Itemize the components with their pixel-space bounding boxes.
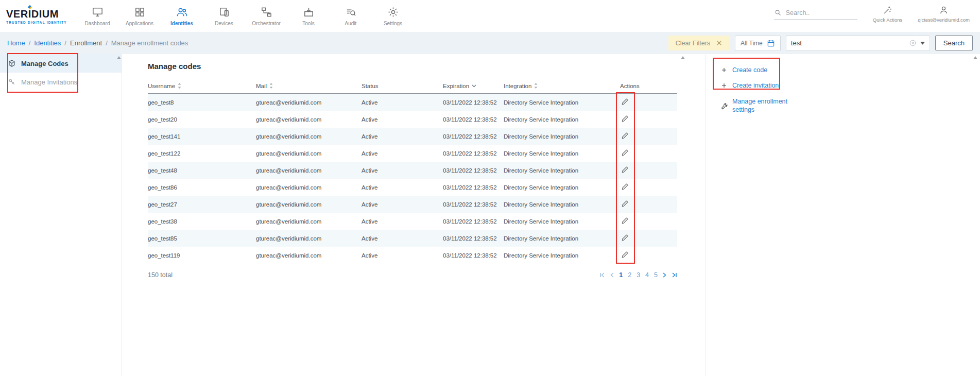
edit-code-button[interactable]	[620, 97, 630, 108]
column-header-username[interactable]: Username	[148, 83, 256, 89]
account-label: q'ctest@veridiumid.com	[918, 17, 970, 23]
cell-integration: Directory Service Integration	[504, 218, 611, 225]
sidebar-item-label: Manage Invitations	[21, 78, 77, 86]
logo-tagline: TRUSTED DIGITAL IDENTITY	[6, 21, 69, 24]
cell-integration: Directory Service Integration	[504, 150, 611, 157]
cube-icon	[8, 59, 16, 67]
breadcrumb-item-enrollment: Enrollment	[70, 39, 102, 47]
global-search	[774, 9, 857, 20]
breadcrumb-item-home[interactable]: Home	[7, 39, 25, 47]
manage-enrollment-settings-link[interactable]: Manage enrollment settings	[720, 97, 795, 114]
pagination-next-button[interactable]	[663, 272, 666, 278]
edit-code-button[interactable]	[620, 250, 630, 261]
scrollbar-up-icon[interactable]	[973, 56, 977, 59]
cell-status: Active	[362, 167, 443, 174]
pagination-first-button[interactable]	[599, 272, 605, 278]
column-header-mail[interactable]: Mail	[256, 83, 362, 89]
pagination: 12345	[599, 271, 677, 279]
table-row: geo_test122gtureac@veridiumid.comActive0…	[148, 145, 677, 162]
cell-expiration: 03/11/2022 12:38:52	[443, 150, 504, 157]
audit-icon	[345, 6, 357, 18]
close-icon[interactable]	[716, 40, 723, 46]
cell-expiration: 03/11/2022 12:38:52	[443, 99, 504, 106]
quick-actions-button[interactable]: Quick Actions	[873, 5, 903, 23]
cell-mail: gtureac@veridiumid.com	[256, 116, 362, 123]
create-invitation-link[interactable]: Create invitation	[720, 78, 980, 93]
scrollbar-up-icon[interactable]	[117, 56, 121, 59]
cell-username: geo_test27	[148, 201, 256, 208]
account-menu[interactable]: q'ctest@veridiumid.com	[918, 5, 970, 23]
sort-both-icon	[534, 83, 538, 89]
nav-item-settings[interactable]: Settings	[372, 0, 414, 32]
clear-input-icon[interactable]	[909, 39, 917, 47]
edit-code-button[interactable]	[620, 131, 630, 142]
cell-mail: gtureac@veridiumid.com	[256, 201, 362, 208]
breadcrumb-separator: /	[64, 39, 66, 47]
table-header: UsernameMailStatusExpirationIntegrationA…	[148, 78, 677, 94]
nav-item-orchestrator[interactable]: Orchestrator	[245, 0, 287, 32]
cell-integration: Directory Service Integration	[504, 184, 611, 191]
table-row: geo_test8gtureac@veridiumid.comActive03/…	[148, 94, 677, 111]
scrollbar-up-icon[interactable]	[681, 56, 685, 59]
edit-code-button[interactable]	[620, 233, 630, 244]
breadcrumb-item-manage-enrollment-codes: Manage enrollment codes	[111, 39, 188, 47]
filter-search	[786, 36, 930, 51]
cell-status: Active	[362, 133, 443, 140]
cell-actions	[611, 233, 677, 244]
edit-code-button[interactable]	[620, 199, 630, 210]
cell-username: geo_test85	[148, 235, 256, 242]
search-icon	[774, 9, 782, 16]
time-range-label: All Time	[741, 40, 763, 47]
search-button[interactable]: Search	[935, 35, 973, 51]
nav-item-dashboard[interactable]: Dashboard	[76, 0, 118, 32]
edit-code-button[interactable]	[620, 165, 630, 176]
pagination-page-5[interactable]: 5	[654, 271, 658, 279]
edit-code-button[interactable]	[620, 148, 630, 159]
cell-actions	[611, 148, 677, 159]
pagination-page-4[interactable]: 4	[645, 271, 649, 279]
sidebar-item-manage-invitations[interactable]: Manage Invitations	[0, 73, 122, 91]
cell-mail: gtureac@veridiumid.com	[256, 150, 362, 157]
breadcrumb: Home/Identities/Enrollment/Manage enroll…	[7, 39, 188, 47]
table-body: geo_test8gtureac@veridiumid.comActive03/…	[148, 94, 677, 264]
cell-expiration: 03/11/2022 12:38:52	[443, 116, 504, 123]
pagination-last-button[interactable]	[672, 272, 677, 278]
table-row: geo_test48gtureac@veridiumid.comActive03…	[148, 162, 677, 179]
nav-label: Applications	[126, 21, 153, 26]
veridium-logo[interactable]: VERIDIUM TRUSTED DIGITAL IDENTITY	[6, 8, 69, 24]
column-label: Mail	[256, 83, 267, 89]
pagination-page-2[interactable]: 2	[628, 271, 631, 279]
pencil-icon	[621, 200, 629, 208]
sidebar-item-manage-codes[interactable]: Manage Codes	[0, 54, 122, 73]
edit-code-button[interactable]	[620, 114, 630, 125]
sort-both-icon	[269, 83, 273, 89]
global-search-input[interactable]	[786, 9, 844, 16]
cell-username: geo_test141	[148, 133, 256, 140]
clear-filters-button[interactable]: Clear Filters	[668, 36, 730, 50]
cell-status: Active	[362, 252, 443, 259]
pagination-page-1[interactable]: 1	[619, 271, 623, 279]
create-code-link[interactable]: Create code	[720, 62, 980, 78]
edit-code-button[interactable]	[620, 216, 630, 227]
cell-mail: gtureac@veridiumid.com	[256, 167, 362, 174]
nav-item-applications[interactable]: Applications	[118, 0, 161, 32]
table-row: geo_test20gtureac@veridiumid.comActive03…	[148, 111, 677, 128]
nav-item-tools[interactable]: Tools	[287, 0, 330, 32]
breadcrumb-item-identities[interactable]: Identities	[34, 39, 61, 47]
nav-item-audit[interactable]: Audit	[330, 0, 372, 32]
cell-status: Active	[362, 99, 443, 106]
grid-icon	[134, 6, 146, 18]
time-range-button[interactable]: All Time	[735, 36, 781, 51]
column-header-expiration[interactable]: Expiration	[443, 83, 504, 89]
nav-label: Identities	[170, 21, 193, 26]
filter-search-input[interactable]	[791, 39, 905, 47]
edit-code-button[interactable]	[620, 182, 630, 193]
logo-text: VERIDIUM	[6, 8, 69, 20]
cell-expiration: 03/11/2022 12:38:52	[443, 218, 504, 225]
nav-item-devices[interactable]: Devices	[203, 0, 245, 32]
pagination-page-3[interactable]: 3	[637, 271, 640, 279]
pagination-prev-button[interactable]	[610, 272, 614, 278]
column-header-integration[interactable]: Integration	[504, 83, 611, 89]
nav-item-identities[interactable]: Identities	[161, 0, 203, 32]
chevron-down-icon[interactable]	[920, 42, 925, 45]
